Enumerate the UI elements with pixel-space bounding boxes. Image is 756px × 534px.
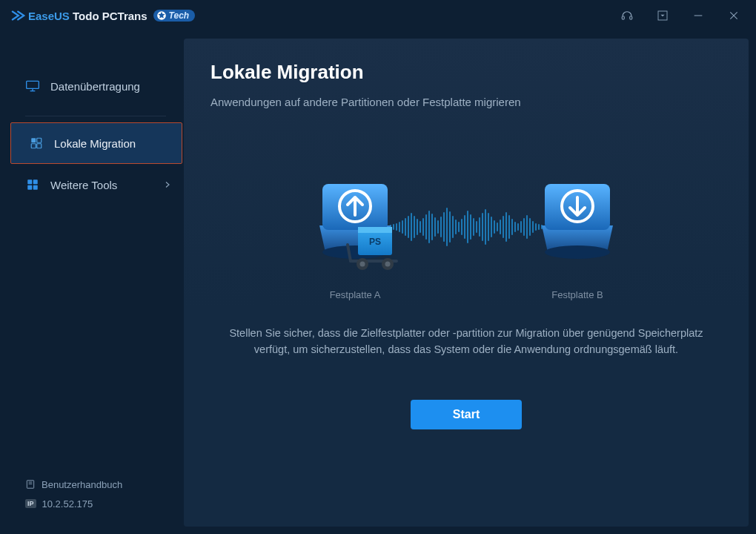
support-icon[interactable] (620, 8, 634, 23)
minimize-button[interactable] (691, 8, 706, 23)
svg-rect-7 (27, 81, 39, 88)
manual-link[interactable]: Benutzerhandbuch (25, 475, 184, 494)
svg-rect-25 (358, 227, 392, 233)
sidebar-footer: Benutzerhandbuch IP 10.2.52.175 (7, 475, 184, 527)
sidebar: Datenübertragung Lokale Migration Weiter… (7, 39, 184, 527)
svg-rect-12 (31, 144, 36, 148)
ip-icon: IP (25, 499, 36, 508)
migration-note: Stellen Sie sicher, dass die Zielfestpla… (210, 325, 722, 358)
tech-badge: Tech (153, 10, 196, 22)
book-icon (25, 479, 36, 490)
start-button[interactable]: Start (411, 400, 522, 429)
sidebar-item-local-migration[interactable]: Lokale Migration (10, 122, 182, 164)
svg-rect-2 (630, 16, 632, 20)
sidebar-item-label: Lokale Migration (54, 137, 136, 150)
svg-rect-13 (37, 144, 42, 148)
manual-label: Benutzerhandbuch (42, 479, 122, 490)
sidebar-item-label: Datenübertragung (50, 80, 140, 93)
sidebar-separator (25, 116, 166, 116)
svg-point-33 (545, 245, 610, 259)
disk-b-icon (525, 171, 629, 274)
svg-point-32 (385, 262, 391, 267)
disk-a: PS Festplatte A (303, 171, 407, 304)
svg-rect-16 (27, 185, 32, 190)
svg-rect-14 (27, 179, 32, 184)
svg-text:PS: PS (369, 237, 381, 247)
svg-rect-1 (622, 16, 624, 20)
disk-b: Festplatte B (525, 171, 629, 304)
close-button[interactable] (726, 8, 741, 23)
svg-rect-17 (33, 185, 38, 190)
disk-a-icon: PS (303, 171, 407, 274)
chevron-right-icon (163, 179, 172, 191)
ip-value: 10.2.52.175 (42, 498, 93, 510)
disk-a-label: Festplatte A (330, 289, 381, 300)
disk-b-label: Festplatte B (551, 289, 603, 300)
svg-rect-15 (33, 179, 38, 184)
svg-point-30 (360, 262, 365, 267)
sidebar-item-data-transfer[interactable]: Datenübertragung (7, 65, 184, 107)
app-title: EaseUS Todo PCTrans (28, 10, 147, 22)
page-subtitle: Anwendungen auf andere Partitionen oder … (210, 96, 722, 108)
main-panel: Lokale Migration Anwendungen auf andere … (184, 39, 749, 527)
ip-display: IP 10.2.52.175 (25, 494, 184, 513)
dropdown-icon[interactable] (655, 8, 670, 23)
apps-icon (29, 136, 44, 150)
sidebar-item-label: Weitere Tools (50, 179, 117, 191)
svg-rect-10 (31, 138, 36, 142)
svg-rect-11 (37, 138, 42, 142)
tools-icon (25, 178, 40, 191)
window-controls (620, 8, 746, 23)
svg-rect-18 (27, 481, 33, 489)
titlebar: EaseUS Todo PCTrans Tech (0, 0, 756, 31)
sidebar-item-more-tools[interactable]: Weitere Tools (7, 164, 184, 205)
app-logo (10, 7, 27, 24)
page-title: Lokale Migration (210, 61, 722, 84)
monitor-icon (25, 79, 40, 93)
migration-illustration: PS Festplatte A (210, 171, 722, 304)
